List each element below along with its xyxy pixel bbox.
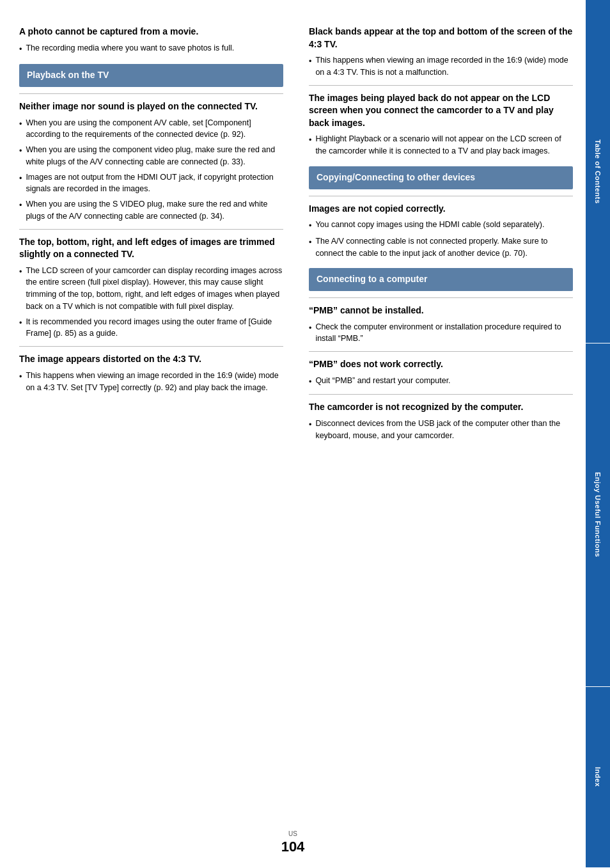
- divider: [309, 297, 573, 298]
- category-banner: Playback on the TV: [19, 64, 283, 87]
- bullet-text: When you are using the component A/V cab…: [26, 117, 283, 141]
- divider: [309, 394, 573, 395]
- list-item: •It is recommended you record images usi…: [19, 316, 283, 340]
- section-heading: The image appears distorted on the 4:3 T…: [19, 353, 283, 366]
- bullet-text: The LCD screen of your camcorder can dis…: [26, 265, 283, 313]
- section-heading: The camcorder is not recognized by the c…: [309, 401, 573, 414]
- section-heading: The images being played back do not appe…: [309, 92, 573, 130]
- bullet-dot: •: [309, 56, 311, 79]
- page-footer: US 104: [0, 830, 586, 855]
- section-heading: Images are not copied correctly.: [309, 203, 573, 216]
- list-item: •Highlight Playback or a scenario will n…: [309, 133, 573, 157]
- section-heading: “PMB” cannot be installed.: [309, 304, 573, 317]
- bullet-dot: •: [309, 134, 311, 157]
- divider: [309, 351, 573, 352]
- main-content: A photo cannot be captured from a movie.…: [0, 0, 586, 868]
- bullet-text: It is recommended you record images usin…: [26, 316, 283, 340]
- bullet-dot: •: [19, 317, 22, 340]
- list-item: •When you are using the S VIDEO plug, ma…: [19, 198, 283, 223]
- divider: [19, 93, 283, 94]
- sidebar-tab[interactable]: Index: [586, 687, 610, 868]
- page-wrapper: A photo cannot be captured from a movie.…: [0, 0, 610, 868]
- right-column: Black bands appear at the top and bottom…: [302, 19, 573, 830]
- bullet-text: Check the computer environment or instal…: [315, 321, 573, 345]
- section-heading: The top, bottom, right, and left edges o…: [19, 236, 283, 261]
- bullet-text: Highlight Playback or a scenario will no…: [315, 133, 573, 157]
- section-heading: Neither image nor sound is played on the…: [19, 100, 283, 113]
- divider: [309, 196, 573, 196]
- section-heading: “PMB” does not work correctly.: [309, 358, 573, 371]
- bullet-text: You cannot copy images using the HDMI ca…: [315, 219, 544, 232]
- bullet-dot: •: [19, 266, 22, 313]
- category-banner: Connecting to a computer: [309, 268, 573, 291]
- bullet-dot: •: [19, 200, 22, 223]
- bullet-text: This happens when viewing an image recor…: [315, 54, 573, 79]
- list-item: •Disconnect devices from the USB jack of…: [309, 418, 573, 442]
- bullet-text: This happens when viewing an image recor…: [26, 370, 283, 394]
- page-num-label: US: [0, 830, 586, 837]
- bullet-text: Disconnect devices from the USB jack of …: [315, 418, 573, 442]
- divider: [19, 346, 283, 347]
- bullet-dot: •: [309, 376, 311, 388]
- list-item: •Quit “PMB” and restart your computer.: [309, 375, 573, 388]
- section-heading: A photo cannot be captured from a movie.: [19, 26, 283, 38]
- bullet-text: Quit “PMB” and restart your computer.: [315, 375, 450, 388]
- list-item: •The A/V connecting cable is not connect…: [309, 235, 573, 260]
- divider: [309, 85, 573, 86]
- bullet-text: Images are not output from the HDMI OUT …: [26, 171, 283, 196]
- bullet-dot: •: [19, 371, 22, 394]
- category-banner: Copying/Connecting to other devices: [309, 166, 573, 189]
- bullet-dot: •: [19, 145, 22, 168]
- bullet-dot: •: [19, 118, 22, 141]
- bullet-text: The A/V connecting cable is not connecte…: [315, 235, 573, 260]
- bullet-dot: •: [309, 322, 311, 345]
- list-item: •The recording media where you want to s…: [19, 42, 283, 56]
- bullet-text: When you are using the component video p…: [26, 144, 283, 168]
- bullet-text: The recording media where you want to sa…: [26, 42, 234, 56]
- sidebar-tab[interactable]: Table of Contents: [586, 0, 610, 343]
- list-item: •This happens when viewing an image reco…: [309, 54, 573, 79]
- list-item: •When you are using the component video …: [19, 144, 283, 168]
- bullet-text: When you are using the S VIDEO plug, mak…: [26, 198, 283, 223]
- list-item: •Check the computer environment or insta…: [309, 321, 573, 345]
- bullet-dot: •: [309, 419, 311, 442]
- page-number: 104: [0, 839, 586, 855]
- list-item: •This happens when viewing an image reco…: [19, 370, 283, 394]
- list-item: •Images are not output from the HDMI OUT…: [19, 171, 283, 196]
- section-heading: Black bands appear at the top and bottom…: [309, 26, 573, 51]
- bullet-dot: •: [309, 220, 311, 232]
- sidebar: Table of ContentsEnjoy Useful FunctionsI…: [586, 0, 610, 868]
- bullet-dot: •: [19, 43, 22, 56]
- list-item: •When you are using the component A/V ca…: [19, 117, 283, 141]
- sidebar-tab[interactable]: Enjoy Useful Functions: [586, 343, 610, 687]
- list-item: •The LCD screen of your camcorder can di…: [19, 265, 283, 313]
- list-item: •You cannot copy images using the HDMI c…: [309, 219, 573, 232]
- left-column: A photo cannot be captured from a movie.…: [19, 19, 290, 830]
- divider: [19, 229, 283, 230]
- bullet-dot: •: [309, 237, 311, 260]
- bullet-dot: •: [19, 173, 22, 196]
